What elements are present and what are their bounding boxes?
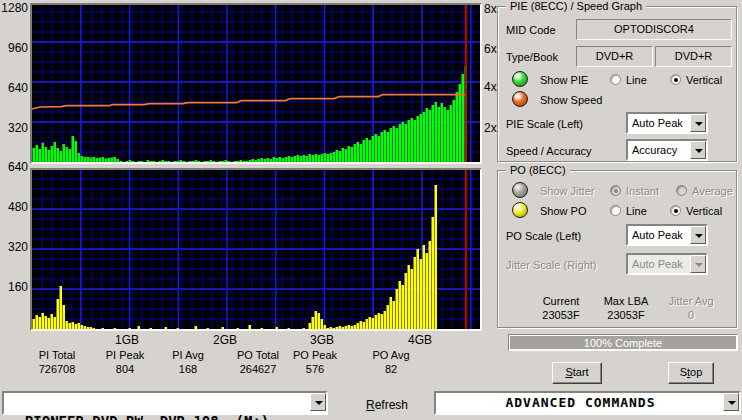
po-vertical-radio[interactable] bbox=[670, 205, 681, 216]
jitter-scale-select: Auto Peak bbox=[626, 253, 708, 275]
jitter-instant-radio bbox=[610, 185, 621, 196]
po-y-tick: 160 bbox=[0, 280, 28, 294]
pie-groupbox-title: PIE (8ECC) / Speed Graph bbox=[506, 0, 646, 12]
speed-accuracy-label: Speed / Accuracy bbox=[506, 145, 592, 157]
jitter-scale-dropdown-arrow-icon bbox=[690, 255, 706, 273]
show-po-label: Show PO bbox=[540, 205, 586, 217]
show-pie-led-button[interactable] bbox=[512, 71, 528, 87]
pie-scale-dropdown-arrow-icon[interactable] bbox=[690, 114, 706, 132]
refresh-label: efresh bbox=[375, 398, 408, 412]
x-axis-tick: 1GB bbox=[107, 333, 147, 347]
refresh-button[interactable]: Refresh bbox=[366, 398, 408, 412]
drive-select-value: PIONEER DVD-RW DVR-108 (M:) bbox=[25, 413, 269, 420]
stat-value: 82 bbox=[351, 363, 431, 375]
po-graph-canvas bbox=[32, 170, 480, 329]
stop-label: S bbox=[680, 366, 687, 378]
pie-scale-select[interactable]: Auto Peak bbox=[626, 112, 708, 134]
x-axis-tick: 2GB bbox=[205, 333, 245, 347]
jitter-avg-value: 0 bbox=[651, 309, 731, 321]
po-y-tick: 480 bbox=[0, 200, 28, 214]
show-speed-label: Show Speed bbox=[540, 94, 602, 106]
po-line-label: Line bbox=[626, 205, 647, 217]
stop-button[interactable]: Stop bbox=[668, 362, 714, 384]
show-jitter-label: Show Jitter bbox=[540, 185, 594, 197]
po-scale-label: PO Scale (Left) bbox=[506, 230, 581, 242]
stop-label: op bbox=[690, 366, 702, 378]
pie-speed-graph bbox=[30, 3, 482, 164]
pie-vertical-label: Vertical bbox=[686, 74, 722, 86]
po-scale-select[interactable]: Auto Peak bbox=[626, 224, 708, 246]
type-field: DVD+R bbox=[576, 46, 653, 67]
jitter-average-radio bbox=[676, 185, 687, 196]
show-pie-label: Show PIE bbox=[540, 74, 588, 86]
speed-accuracy-dropdown-arrow-icon[interactable] bbox=[690, 141, 706, 159]
pie-scale-value: Auto Peak bbox=[632, 117, 683, 129]
stat-label: PO Peak bbox=[275, 349, 355, 361]
scan-progress-label: 100% Complete bbox=[584, 337, 662, 349]
stat-label: PO Avg bbox=[351, 349, 431, 361]
po-line-radio[interactable] bbox=[610, 205, 621, 216]
show-speed-led-button[interactable] bbox=[512, 91, 528, 107]
mid-code-value: OPTODISCOR4 bbox=[614, 23, 694, 35]
stat-pi-avg: PI Avg 168 bbox=[148, 349, 228, 375]
disc-quality-scanner-window: { "colors": { "window_bg": "#d6d3ce", "g… bbox=[0, 0, 742, 420]
drive-select-dropdown-arrow-icon[interactable] bbox=[310, 393, 326, 411]
start-label-accel: S bbox=[565, 366, 572, 378]
po-scale-value: Auto Peak bbox=[632, 229, 683, 241]
jitter-scale-value: Auto Peak bbox=[632, 258, 683, 270]
mid-code-label: MID Code bbox=[506, 24, 556, 36]
speed-accuracy-value: Accuracy bbox=[632, 144, 677, 156]
stat-po-peak: PO Peak 576 bbox=[275, 349, 355, 375]
advanced-commands-select[interactable]: ADVANCED COMMANDS bbox=[434, 391, 741, 415]
drive-select[interactable]: PIONEER DVD-RW DVR-108 (M:) bbox=[2, 391, 328, 415]
start-button[interactable]: Start bbox=[552, 362, 602, 384]
scan-progress-bar: 100% Complete bbox=[508, 334, 738, 351]
po-groupbox-title: PO (8ECC) bbox=[506, 164, 570, 176]
pie-y-tick: 960 bbox=[0, 41, 28, 55]
refresh-label-accel: R bbox=[366, 398, 375, 412]
stat-value: 576 bbox=[275, 363, 355, 375]
jitter-instant-label: Instant bbox=[626, 185, 659, 197]
mid-code-field: OPTODISCOR4 bbox=[576, 19, 732, 40]
po-y-tick: 640 bbox=[0, 160, 28, 174]
type-value: DVD+R bbox=[596, 50, 634, 62]
book-field: DVD+R bbox=[655, 46, 732, 67]
show-po-led-button[interactable] bbox=[512, 202, 528, 218]
pie-speed-groupbox: PIE (8ECC) / Speed Graph MID Code OPTODI… bbox=[497, 6, 737, 162]
jitter-average-label: Average bbox=[692, 185, 733, 197]
x-axis-tick: 3GB bbox=[302, 333, 342, 347]
jitter-scale-label: Jitter Scale (Right) bbox=[506, 259, 596, 271]
pie-vertical-radio[interactable] bbox=[670, 74, 681, 85]
jitter-avg-stat: Jitter Avg 0 bbox=[651, 295, 731, 321]
stat-value: 168 bbox=[148, 363, 228, 375]
pie-scale-label: PIE Scale (Left) bbox=[506, 118, 583, 130]
x-axis-tick: 4GB bbox=[400, 333, 440, 347]
po-scale-dropdown-arrow-icon[interactable] bbox=[690, 226, 706, 244]
pie-graph-canvas bbox=[32, 5, 480, 162]
scan-progress-fill: 100% Complete bbox=[510, 336, 736, 349]
advanced-commands-value: ADVANCED COMMANDS bbox=[505, 395, 655, 410]
pie-y-tick: 640 bbox=[0, 81, 28, 95]
type-book-label: Type/Book bbox=[506, 51, 558, 63]
pie-line-label: Line bbox=[626, 74, 647, 86]
start-label: tart bbox=[573, 366, 589, 378]
advanced-commands-dropdown-arrow-icon[interactable] bbox=[723, 393, 739, 411]
po-vertical-label: Vertical bbox=[686, 205, 722, 217]
stat-po-avg: PO Avg 82 bbox=[351, 349, 431, 375]
po-groupbox: PO (8ECC) Show Jitter Instant Average Sh… bbox=[497, 170, 737, 328]
po-graph bbox=[30, 168, 482, 331]
jitter-avg-label: Jitter Avg bbox=[651, 295, 731, 307]
po-y-tick: 320 bbox=[0, 240, 28, 254]
show-jitter-led-button bbox=[512, 182, 528, 198]
stat-label: PI Avg bbox=[148, 349, 228, 361]
book-value: DVD+R bbox=[675, 50, 713, 62]
speed-accuracy-select[interactable]: Accuracy bbox=[626, 139, 708, 161]
pie-y-tick: 320 bbox=[0, 121, 28, 135]
pie-y-tick: 1280 bbox=[0, 1, 28, 15]
pie-line-radio[interactable] bbox=[610, 74, 621, 85]
